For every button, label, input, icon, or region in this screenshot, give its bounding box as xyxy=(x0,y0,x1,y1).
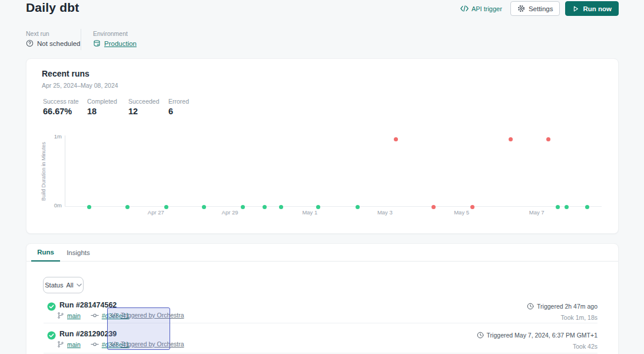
git-branch-icon xyxy=(57,312,64,319)
status-filter-value: All xyxy=(66,282,73,289)
environment-value: Production xyxy=(93,39,137,47)
run-dot-success[interactable] xyxy=(356,205,360,209)
run-dot-success[interactable] xyxy=(202,205,206,209)
api-trigger-link[interactable]: API trigger xyxy=(460,5,502,12)
build-duration-scatter-plot: Apr 27Apr 29May 1May 3May 5May 7 xyxy=(65,59,601,234)
environment-label: Environment xyxy=(93,30,128,37)
api-trigger-label: API trigger xyxy=(472,5,502,12)
database-icon xyxy=(93,39,101,47)
chart-y-axis-title: Build Duration in Minutes xyxy=(41,137,47,206)
runs-card: Runs Insights Status All Run #281474562 … xyxy=(26,243,619,354)
run-dot-success[interactable] xyxy=(125,205,130,209)
x-tick-label: May 1 xyxy=(302,209,317,216)
environment-link[interactable]: Production xyxy=(104,40,137,47)
run-dot-error[interactable] xyxy=(546,137,550,141)
header-actions: API trigger Settings Run now xyxy=(460,1,619,16)
next-run-label: Next run xyxy=(26,30,49,37)
recent-runs-card: Recent runs Apr 25, 2024–May 08, 2024 Su… xyxy=(26,58,619,234)
run-dot-success[interactable] xyxy=(556,205,560,209)
run-now-button[interactable]: Run now xyxy=(565,1,619,16)
run-dot-error[interactable] xyxy=(470,205,474,209)
run-triggered-time: Triggered May 7, 2024, 6:37 PM GMT+1 xyxy=(477,332,597,339)
chevron-down-icon xyxy=(77,283,82,287)
run-success-icon xyxy=(47,302,56,311)
run-dot-success[interactable] xyxy=(241,205,245,209)
x-tick-label: May 5 xyxy=(454,209,469,216)
clock-icon xyxy=(527,303,534,310)
x-tick-label: Apr 27 xyxy=(148,209,164,216)
run-duration-text: Took 1m, 18s xyxy=(561,314,597,321)
triggered-text: Triggered 2h 47m ago xyxy=(537,303,597,310)
x-tick-label: May 3 xyxy=(377,209,393,216)
branch-link[interactable]: main xyxy=(67,312,81,319)
git-commit-icon xyxy=(91,313,99,318)
tab-runs[interactable]: Runs xyxy=(31,244,60,262)
status-filter-label: Status xyxy=(45,282,63,289)
tab-bar: Runs Insights xyxy=(26,244,618,262)
run-dot-success[interactable] xyxy=(263,205,267,209)
settings-label: Settings xyxy=(529,5,553,12)
triggered-text: Triggered May 7, 2024, 6:37 PM GMT+1 xyxy=(487,332,597,339)
y-tick-label: 1m xyxy=(48,133,62,140)
page-title: Daily dbt xyxy=(26,1,79,15)
tab-insights[interactable]: Insights xyxy=(60,244,97,262)
next-run-text: Not scheduled xyxy=(37,40,81,47)
element-highlight-overlay xyxy=(107,307,170,350)
settings-button[interactable]: Settings xyxy=(510,1,560,16)
run-dot-success[interactable] xyxy=(316,205,320,209)
gear-icon xyxy=(517,5,525,12)
run-now-label: Run now xyxy=(583,5,612,12)
run-duration-text: Took 42s xyxy=(573,343,597,350)
run-dot-success[interactable] xyxy=(565,205,569,209)
run-dot-success[interactable] xyxy=(585,205,589,209)
run-dot-success[interactable] xyxy=(164,205,168,209)
play-icon xyxy=(572,5,579,12)
row-divider xyxy=(44,353,597,353)
x-tick-label: May 7 xyxy=(529,209,545,216)
run-triggered-time: Triggered 2h 47m ago xyxy=(527,303,597,310)
status-filter-dropdown[interactable]: Status All xyxy=(43,277,84,293)
run-dot-success[interactable] xyxy=(87,205,91,209)
x-tick-label: Apr 29 xyxy=(222,209,238,216)
help-circle-icon xyxy=(26,39,34,47)
git-commit-icon xyxy=(91,342,99,347)
run-success-icon xyxy=(47,331,56,340)
run-dot-error[interactable] xyxy=(431,205,436,209)
run-dot-error[interactable] xyxy=(509,137,513,141)
run-dot-success[interactable] xyxy=(279,205,283,209)
git-branch-icon xyxy=(57,340,64,348)
next-run-value: Not scheduled xyxy=(26,39,81,47)
y-tick-label: 0m xyxy=(48,202,62,209)
run-dot-error[interactable] xyxy=(394,137,398,141)
meta-divider xyxy=(81,29,81,50)
code-icon xyxy=(460,5,469,12)
branch-link[interactable]: main xyxy=(67,341,81,348)
clock-icon xyxy=(477,332,484,339)
